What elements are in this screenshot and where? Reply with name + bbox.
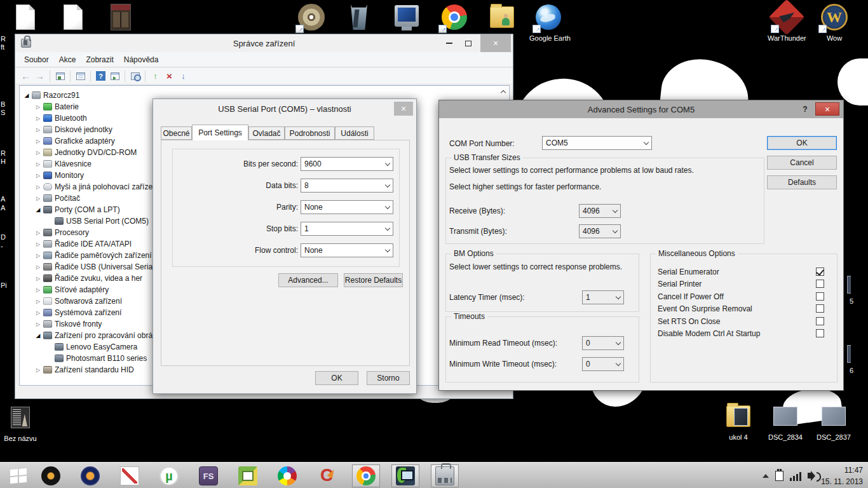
expander-collapsed-icon[interactable]: ▷ [34,310,42,316]
show-console-tree-icon[interactable] [55,71,65,81]
expander-collapsed-icon[interactable]: ▷ [34,184,42,190]
desktop-icon-shared-folder[interactable] [483,3,521,32]
scan-hw-changes-icon[interactable]: ↓ [178,71,189,81]
taskbar-app-picasa[interactable] [273,464,301,487]
tab-port-settings[interactable]: Port Settings [192,125,248,140]
maximize-button[interactable] [459,34,477,52]
expander-collapsed-icon[interactable]: ▷ [34,287,42,293]
tab-ovladač[interactable]: Ovladač [248,126,285,140]
com-port-combobox[interactable]: COM5 [542,136,652,150]
taskbar-app-fs-app[interactable]: FS [194,464,222,487]
ok-button[interactable]: OK [767,136,837,150]
cancel-button[interactable]: Storno [367,371,410,385]
tab-obecné[interactable]: Obecné [161,126,192,140]
menu-soubor[interactable]: Soubor [19,55,54,64]
taskbar-app-utorrent[interactable]: µ [155,464,183,487]
advanced-dialog-titlebar[interactable]: Advanced Settings for COM5 ? × [439,100,843,118]
taskbar-app-ccleaner[interactable]: C [313,464,341,487]
taskbar-app-chrome-taskbar[interactable] [352,464,380,487]
desktop-icon-ukol-4[interactable]: ukol 4 [719,402,757,441]
restore-defaults-button[interactable]: Restore Defaults [344,273,403,287]
expander-collapsed-icon[interactable]: ▷ [34,161,42,167]
uninstall-icon[interactable]: × [164,71,175,81]
expander-collapsed-icon[interactable]: ▷ [34,299,42,304]
port-setting-combobox[interactable]: None [301,243,393,257]
min-write-timeout-combobox[interactable]: 0 [582,357,624,371]
port-setting-combobox[interactable]: None [301,200,393,214]
usb-dialog-titlebar[interactable]: USB Serial Port (COM5) – vlastnosti × [153,99,416,118]
menu-zobrazit[interactable]: Zobrazit [81,55,118,64]
network-signal-icon[interactable] [790,471,801,481]
defaults-button[interactable]: Defaults [767,175,837,189]
tray-expand-icon[interactable] [763,474,769,478]
expander-collapsed-icon[interactable]: ▷ [34,196,42,201]
desktop-icon-dsc_2837[interactable]: DSC_2837 [815,402,853,441]
desktop-icon-warthunder[interactable]: →WarThunder [768,3,806,42]
expander-collapsed-icon[interactable]: ▷ [34,253,42,259]
expander-collapsed-icon[interactable]: ▷ [34,276,42,281]
transmit-bytes-combobox[interactable]: 4096 [579,224,621,238]
taskbar-app-remote-app[interactable] [391,464,419,487]
expander-collapsed-icon[interactable]: ▷ [34,367,42,373]
expander-collapsed-icon[interactable]: ▷ [34,241,42,247]
action-pane-icon[interactable] [109,71,120,81]
help-button[interactable]: ? [797,102,813,116]
min-read-timeout-combobox[interactable]: 0 [582,336,624,350]
expander-expanded-icon[interactable]: ◢ [34,207,42,213]
expander-collapsed-icon[interactable]: ▷ [34,264,42,270]
desktop-icon-computer[interactable] [388,3,426,32]
expander-collapsed-icon[interactable]: ▷ [34,116,42,121]
expander-expanded-icon[interactable]: ◢ [23,92,31,98]
desktop-icon-dvd-disc[interactable]: → [292,3,330,32]
receive-bytes-combobox[interactable]: 4096 [579,204,621,218]
forward-icon[interactable]: → [34,71,45,81]
device-manager-titlebar[interactable]: Správce zařízení × [15,34,513,52]
expander-collapsed-icon[interactable]: ▷ [34,173,42,179]
misc-option-checkbox[interactable] [816,268,824,276]
misc-option-checkbox[interactable] [816,329,824,337]
expander-collapsed-icon[interactable]: ▷ [34,139,42,144]
expander-collapsed-icon[interactable]: ▷ [34,127,42,133]
desktop-icon-recycle-bin[interactable] [340,3,378,32]
taskbar-app-devmgr-taskbar[interactable] [431,464,459,487]
properties-icon[interactable] [75,71,86,81]
misc-option-checkbox[interactable] [816,317,824,325]
minimize-button[interactable] [440,34,458,52]
start-button[interactable] [0,463,37,488]
menu-akce[interactable]: Akce [54,55,81,64]
misc-option-checkbox[interactable] [816,280,824,288]
expander-collapsed-icon[interactable]: ▷ [34,322,42,327]
advanced-button[interactable]: Advanced... [278,273,338,287]
desktop-icon-bez-nazvu[interactable]: Bez názvu [1,403,39,442]
tab-podrobnosti[interactable]: Podrobnosti [285,126,335,140]
battery-icon[interactable] [775,471,783,481]
misc-option-checkbox[interactable] [816,292,824,301]
expander-expanded-icon[interactable]: ◢ [34,332,42,339]
close-button[interactable]: × [480,34,511,52]
close-button[interactable]: × [815,102,839,116]
taskbar-app-zoner[interactable] [234,464,262,487]
ok-button[interactable]: OK [315,371,358,385]
desktop-icon-album-cover[interactable] [102,3,140,32]
desktop-icon-google-earth[interactable]: →Google Earth [529,3,567,42]
desktop-icon-chrome-shortcut[interactable]: → [435,3,473,32]
misc-option-checkbox[interactable] [816,304,824,313]
desktop-icon-document-1[interactable] [6,3,44,32]
expander-collapsed-icon[interactable]: ▷ [34,230,42,236]
clock[interactable]: 11:47 15. 11. 2013 [821,464,863,487]
close-button[interactable]: × [394,102,413,116]
cancel-button[interactable]: Cancel [767,156,837,170]
back-icon[interactable]: ← [20,71,31,81]
port-setting-combobox[interactable]: 8 [301,179,393,193]
menu-napoveda[interactable]: Nápověda [119,55,164,64]
tab-události[interactable]: Události [335,126,374,140]
taskbar-app-audacity[interactable] [76,464,104,487]
port-setting-combobox[interactable]: 1 [301,222,393,236]
desktop-icon-wow[interactable]: W→Wow [815,3,853,42]
taskbar-app-image-editor[interactable] [116,464,144,487]
desktop-icon-document-2[interactable] [54,3,92,32]
update-driver-icon[interactable]: ↑ [150,71,161,81]
volume-icon[interactable] [808,473,812,478]
taskbar-app-daemon-tools[interactable] [37,464,65,487]
scan-icon[interactable] [130,71,140,81]
